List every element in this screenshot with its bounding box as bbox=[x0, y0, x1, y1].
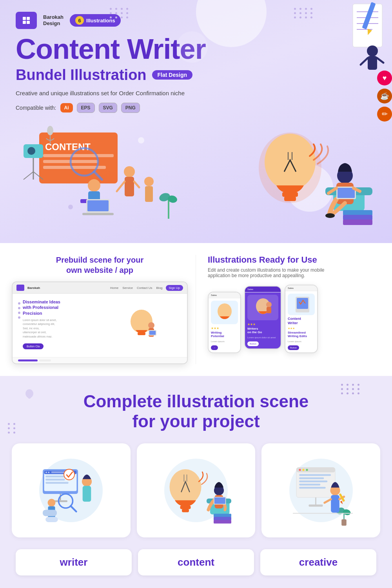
illus-card-1 bbox=[12, 443, 131, 537]
svg-rect-81 bbox=[46, 479, 65, 481]
svg-rect-118 bbox=[299, 483, 320, 485]
deco-lightbulb-left bbox=[24, 388, 35, 405]
tag-writer[interactable]: writer bbox=[16, 549, 132, 575]
mockup-navbar: Barokah Home Service Contact Us Blog Sig… bbox=[13, 282, 187, 294]
deco-dot-cluster-left bbox=[8, 423, 16, 434]
svg-point-43 bbox=[265, 134, 316, 190]
svg-point-78 bbox=[48, 472, 50, 473]
badge-count: 6 bbox=[75, 16, 84, 25]
svg-rect-82 bbox=[46, 482, 69, 484]
svg-point-68 bbox=[266, 302, 272, 307]
heart-icon[interactable]: ♥ bbox=[377, 71, 392, 85]
svg-rect-8 bbox=[368, 56, 377, 70]
svg-rect-119 bbox=[299, 487, 326, 489]
mockup-body: Disseminate Ideaswith ProfessionalPrecis… bbox=[13, 294, 187, 357]
svg-point-19 bbox=[27, 147, 35, 155]
phone-2-body: ★★★ Writerson the Go Lorem ipsum dolor s… bbox=[245, 292, 281, 349]
svg-rect-35 bbox=[87, 200, 109, 211]
compat-eps: EPS bbox=[77, 103, 95, 113]
svg-point-112 bbox=[299, 469, 301, 471]
svg-line-30 bbox=[117, 181, 125, 191]
illus-card-2 bbox=[137, 443, 256, 537]
svg-rect-36 bbox=[82, 213, 114, 215]
tags-row: writer content creative bbox=[12, 549, 380, 583]
svg-rect-29 bbox=[125, 177, 134, 196]
phone-3-header: Sales bbox=[285, 285, 317, 291]
hero-illustrations: CONTENT bbox=[16, 121, 376, 230]
svg-rect-65 bbox=[149, 331, 156, 335]
svg-rect-71 bbox=[297, 298, 308, 309]
svg-line-31 bbox=[134, 181, 139, 187]
svg-point-40 bbox=[138, 137, 144, 143]
svg-rect-52 bbox=[343, 220, 372, 225]
phone-1-header: Sales bbox=[209, 292, 240, 298]
phone-3-cta: Button bbox=[288, 345, 299, 350]
pencil-icon[interactable]: ✏ bbox=[377, 107, 392, 122]
illustrations-grid bbox=[12, 443, 380, 537]
features-section: Prebuild scene for your own website / ap… bbox=[0, 243, 392, 376]
hero-subtitle: Bundel Illustration bbox=[16, 67, 147, 83]
svg-rect-57 bbox=[338, 188, 355, 198]
svg-rect-96 bbox=[180, 505, 191, 509]
svg-rect-121 bbox=[309, 505, 323, 506]
hero-description: Creative and unique illustrations set fo… bbox=[16, 90, 376, 96]
web-mockup: Barokah Home Service Contact Us Blog Sig… bbox=[12, 281, 188, 364]
phone-2: Sales ★★★ Writerson the Go Lorem ipsum bbox=[244, 286, 281, 350]
svg-rect-45 bbox=[284, 196, 296, 201]
mockup-cta-body: Button Cta bbox=[23, 343, 44, 349]
svg-rect-117 bbox=[299, 480, 327, 482]
phone-2-cta: Button bbox=[247, 341, 259, 346]
complete-section: Complete illustration scene for your pro… bbox=[0, 376, 392, 588]
top-right-decoration bbox=[345, 0, 392, 80]
phone-3: Sales ContentWriter ★★★ StreamlinedWriti… bbox=[285, 285, 318, 353]
svg-rect-125 bbox=[341, 519, 347, 525]
mockup-brand: Barokah bbox=[27, 286, 40, 290]
illus-card-3 bbox=[261, 443, 380, 537]
svg-rect-61 bbox=[138, 332, 145, 335]
svg-rect-92 bbox=[43, 510, 57, 516]
phone-1: Sales ★★★ WritingPotential Lorem ipsum → bbox=[208, 292, 241, 354]
svg-rect-44 bbox=[282, 192, 298, 197]
svg-point-77 bbox=[46, 472, 47, 473]
tag-content[interactable]: content bbox=[138, 549, 254, 575]
svg-rect-51 bbox=[343, 215, 372, 220]
phone-1-cta: → bbox=[211, 345, 218, 350]
phone-1-body: ★★★ WritingPotential Lorem ipsum → bbox=[209, 298, 240, 353]
svg-point-114 bbox=[306, 469, 308, 471]
phone-3-body: ContentWriter ★★★ StreamlinedWriting Edi… bbox=[285, 291, 317, 352]
compat-label: Compatible with: bbox=[16, 105, 56, 111]
coffee-icon[interactable]: ☕ bbox=[377, 89, 392, 103]
svg-rect-111 bbox=[296, 467, 335, 472]
brand-logo bbox=[16, 12, 37, 29]
mockup-nav: Home Service Contact Us Blog bbox=[110, 286, 163, 290]
flat-design-badge: Flat Design bbox=[152, 70, 192, 80]
hero-section: ♥ ☕ ✏ Barokah Design 6 Illustrations Con… bbox=[0, 0, 392, 243]
hero-subtitle-row: Bundel Illustration Flat Design bbox=[16, 67, 376, 83]
phone-mockups: Sales ★★★ WritingPotential Lorem ipsum → bbox=[208, 285, 380, 353]
svg-rect-50 bbox=[343, 210, 372, 216]
phone-2-header: Sales bbox=[245, 287, 281, 292]
complete-title: Complete illustration scene for your pro… bbox=[12, 392, 380, 431]
svg-rect-102 bbox=[214, 514, 231, 517]
svg-point-41 bbox=[68, 205, 73, 209]
svg-rect-103 bbox=[214, 517, 231, 520]
svg-line-9 bbox=[361, 58, 368, 65]
mockup-body-left: Disseminate Ideaswith ProfessionalPrecis… bbox=[18, 299, 98, 352]
compat-svg: SVG bbox=[99, 103, 117, 113]
svg-rect-93 bbox=[46, 517, 58, 522]
mockup-footer bbox=[13, 357, 187, 363]
mockup-illus bbox=[102, 299, 182, 352]
tag-creative[interactable]: creative bbox=[260, 549, 376, 575]
compatible-row: Compatible with: Ai EPS SVG PNG bbox=[16, 103, 376, 113]
hero-illus-left: CONTENT bbox=[16, 121, 192, 230]
compat-ai: Ai bbox=[60, 103, 73, 113]
svg-rect-85 bbox=[53, 500, 67, 502]
mockup-logo bbox=[16, 285, 24, 291]
mockup-body-text: Lorem ipsum dolor sit amet,consectetur a… bbox=[23, 318, 60, 339]
mockup-sidebar bbox=[18, 302, 20, 349]
svg-point-88 bbox=[48, 499, 56, 506]
svg-point-55 bbox=[325, 213, 335, 218]
feature-right: Illustrations Ready for Use Edit and cre… bbox=[196, 255, 380, 364]
svg-rect-115 bbox=[299, 474, 331, 476]
svg-point-28 bbox=[124, 166, 135, 177]
